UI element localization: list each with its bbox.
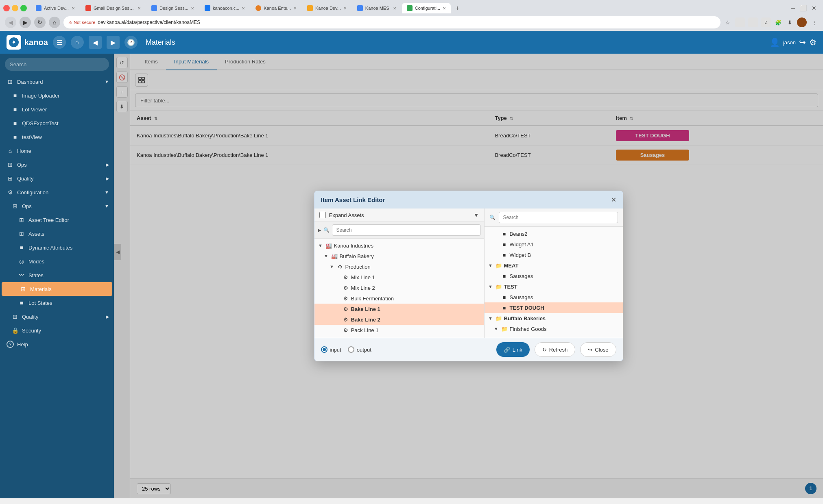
- modal-close-button[interactable]: ✕: [611, 196, 616, 204]
- sidebar-item-materials[interactable]: ⊞ Materials: [2, 282, 112, 296]
- sidebar-item-asset-tree-editor[interactable]: ⊞ Asset Tree Editor: [0, 213, 114, 227]
- dashboard-icon: ⊞: [7, 78, 14, 85]
- forward-nav-button[interactable]: ▶: [107, 36, 120, 49]
- tree-item-production[interactable]: ▼ ⚙ Production: [314, 261, 484, 272]
- tab-3[interactable]: kanoacon.c... ✕: [200, 3, 250, 13]
- sidebar-item-quality[interactable]: ⊞ Quality ▶: [0, 172, 114, 185]
- maximize-icon[interactable]: ⬜: [800, 5, 807, 11]
- sidebar-item-lot-states[interactable]: ■ Lot States: [0, 296, 114, 310]
- radio-input[interactable]: input: [321, 346, 341, 353]
- main-content: ⊞ Dashboard ▼ ■ Image Uploader ■ Lot Vie…: [0, 54, 823, 498]
- forward-button[interactable]: ▶: [20, 17, 31, 28]
- bookmark-icon[interactable]: ☆: [724, 18, 732, 26]
- close-icon[interactable]: ✕: [812, 5, 816, 11]
- tree-arrow-icon: ▼: [323, 254, 329, 259]
- sidebar-item-states[interactable]: 〰 States: [0, 268, 114, 282]
- sidebar-item-test-view[interactable]: ■ testView: [0, 130, 114, 144]
- link-button[interactable]: 🔗 Link: [496, 342, 530, 357]
- extension-2-icon[interactable]: [748, 17, 758, 27]
- tree-item-mix-line-1[interactable]: ⚙ Mix Line 1: [314, 272, 484, 282]
- tab-0[interactable]: Active Dev... ✕: [31, 3, 80, 13]
- download-icon[interactable]: ⬇: [786, 18, 794, 26]
- tree-arrow-icon: ▼: [488, 316, 493, 321]
- tree-item-bake-line-1[interactable]: ⚙ Bake Line 1: [314, 304, 484, 314]
- sidebar-item-dashboard[interactable]: ⊞ Dashboard ▼: [0, 75, 114, 89]
- tree-item-sausages-test[interactable]: ■ Sausages: [485, 292, 623, 302]
- tree-item-buffalo-bakeries[interactable]: ▼ 📁 Buffalo Bakeries: [485, 313, 623, 324]
- close-modal-button[interactable]: ↪ Close: [580, 342, 616, 357]
- new-tab-button[interactable]: +: [452, 2, 463, 14]
- tree-item-meat[interactable]: ▼ 📁 MEAT: [485, 260, 623, 271]
- zoom-icon[interactable]: Z: [761, 17, 771, 27]
- tree-item-finished-goods[interactable]: ▼ 📁 Finished Goods: [485, 324, 623, 334]
- reload-button[interactable]: ↻: [34, 17, 46, 28]
- tree-item-kanoa-industries[interactable]: ▼ 🏭 Kanoa Industries: [314, 240, 484, 251]
- tree-item-pack-line-1[interactable]: ⚙ Pack Line 1: [314, 325, 484, 335]
- item-icon: ■: [501, 272, 508, 280]
- tree-item-bake-line-2[interactable]: ⚙ Bake Line 2: [314, 314, 484, 325]
- tree-item-test-dough[interactable]: ■ TEST DOUGH: [485, 302, 623, 313]
- settings-icon[interactable]: ⚙: [809, 37, 816, 47]
- sidebar-item-ops[interactable]: ⊞ Ops ▶: [0, 158, 114, 172]
- quality-icon: ⊞: [7, 175, 14, 182]
- sidebar-item-modes[interactable]: ◎ Modes: [0, 254, 114, 268]
- home-nav-button[interactable]: ⌂: [71, 36, 84, 49]
- machine-icon: ⚙: [342, 326, 349, 334]
- radio-output[interactable]: output: [348, 346, 371, 353]
- folder-icon: 📁: [495, 283, 502, 290]
- extension-1-icon[interactable]: [735, 17, 745, 27]
- tree-item-bulk-fermentation[interactable]: ⚙ Bulk Fermentation: [314, 293, 484, 304]
- tree-item-test[interactable]: ▼ 📁 TEST: [485, 281, 623, 292]
- home-button[interactable]: ⌂: [49, 17, 60, 28]
- tab-5[interactable]: Kanoa Dev... ✕: [302, 3, 351, 13]
- modal-header: Item Asset Link Editor ✕: [314, 191, 623, 209]
- sidebar-item-home[interactable]: ⌂ Home: [0, 144, 114, 158]
- expand-assets-checkbox[interactable]: [319, 212, 326, 218]
- tree-item-widget-a1[interactable]: ■ Widget A1: [485, 239, 623, 250]
- address-bar-input[interactable]: ⚠ Not secure dev.kanoa.ai/data/perspecti…: [63, 16, 720, 28]
- modal-right-panel: 🔍 ■ Beans2: [485, 209, 623, 338]
- tree-item-sausages-meat[interactable]: ■ Sausages: [485, 271, 623, 281]
- sidebar-item-security[interactable]: 🔒 Security: [0, 324, 114, 337]
- sidebar-item-qds-export[interactable]: ■ QDSExportTest: [0, 116, 114, 130]
- chevron-down-icon: ▼: [105, 79, 109, 84]
- refresh-button[interactable]: ↻ Refresh: [535, 342, 576, 357]
- chevron-right-icon: ▶: [106, 176, 109, 181]
- tree-item-buffalo-bakery[interactable]: ▼ 🏭 Buffalo Bakery: [314, 251, 484, 261]
- menu-icon[interactable]: ⋮: [810, 18, 818, 26]
- extension-icon[interactable]: 🧩: [774, 18, 782, 26]
- item-icon: ■: [501, 251, 508, 259]
- app: ✦ kanoa ☰ ⌂ ◀ ▶ 🕐 Materials 👤 jason ↪ ⚙: [0, 31, 823, 498]
- sidebar-item-config-quality[interactable]: ⊞ Quality ▶: [0, 310, 114, 324]
- window-maximize[interactable]: [20, 5, 27, 11]
- history-button[interactable]: 🕐: [124, 36, 138, 49]
- minimize-icon[interactable]: ─: [791, 5, 795, 11]
- sidebar-item-dynamic-attributes[interactable]: ■ Dynamic Attributes: [0, 241, 114, 254]
- sidebar-item-help[interactable]: ? Help: [0, 337, 114, 351]
- window-close[interactable]: [3, 5, 10, 11]
- back-button[interactable]: ◀: [5, 17, 16, 28]
- user-icon[interactable]: 👤: [770, 37, 780, 47]
- profile-icon[interactable]: [797, 17, 807, 27]
- tree-item-widget-b[interactable]: ■ Widget B: [485, 250, 623, 260]
- tab-1[interactable]: Gmail Design Sess... ✕: [81, 3, 146, 13]
- sidebar-item-assets[interactable]: ⊞ Assets: [0, 227, 114, 241]
- item-search-input[interactable]: [499, 212, 618, 223]
- sidebar-item-lot-viewer[interactable]: ■ Lot Viewer: [0, 102, 114, 116]
- asset-tree-search-input[interactable]: [332, 224, 481, 236]
- window-minimize[interactable]: [12, 5, 18, 11]
- tab-2[interactable]: Design Sess... ✕: [146, 3, 199, 13]
- tree-item-beans2[interactable]: ■ Beans2: [485, 228, 623, 239]
- sidebar-item-image-uploader[interactable]: ■ Image Uploader: [0, 89, 114, 102]
- sidebar-item-configuration[interactable]: ⚙ Configuration ▼: [0, 185, 114, 199]
- hamburger-menu-button[interactable]: ☰: [53, 36, 66, 49]
- login-icon[interactable]: ↪: [799, 37, 806, 47]
- tab-7[interactable]: Configurati... ✕: [402, 3, 451, 13]
- sidebar-item-config-ops[interactable]: ⊞ Ops ▼: [0, 199, 114, 213]
- tab-4[interactable]: Kanoa Ente... ✕: [251, 3, 301, 13]
- tree-item-mix-line-2[interactable]: ⚙ Mix Line 2: [314, 282, 484, 293]
- sidebar-search-input[interactable]: [5, 58, 109, 71]
- back-nav-button[interactable]: ◀: [89, 36, 102, 49]
- dynamic-attr-icon: ■: [18, 244, 25, 251]
- tab-6[interactable]: Kanoa MES ✕: [352, 3, 401, 13]
